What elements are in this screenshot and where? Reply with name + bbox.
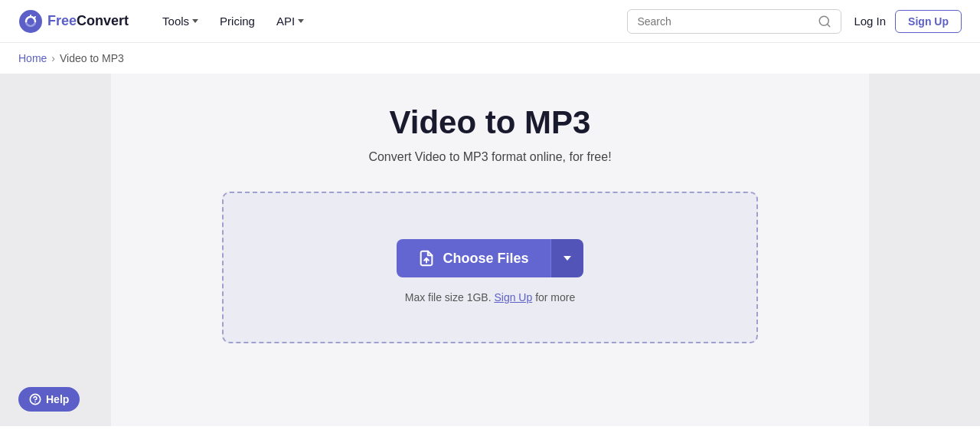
page-subtitle: Convert Video to MP3 format online, for … [368,150,611,164]
help-button[interactable]: Help [18,387,80,412]
choose-files-wrapper: Choose Files [397,239,583,277]
logo-icon [18,9,43,34]
breadcrumb-separator: › [51,52,55,64]
auth-links: Log In Sign Up [854,10,962,33]
main-layout: Video to MP3 Convert Video to MP3 format… [0,74,980,426]
search-icon [818,15,831,28]
breadcrumb: Home › Video to MP3 [0,43,980,74]
nav-tools[interactable]: Tools [153,10,207,32]
choose-files-chevron-icon [564,256,571,261]
signup-link[interactable]: Sign Up [494,291,532,303]
navbar: FreeConvert Tools Pricing API Log In Sig… [0,0,980,43]
search-box [627,9,841,34]
signup-button[interactable]: Sign Up [895,10,962,33]
nav-links: Tools Pricing API [153,10,627,32]
help-icon [29,393,41,405]
choose-files-dropdown-button[interactable] [550,239,583,277]
svg-line-2 [828,24,830,26]
api-chevron-icon [298,19,304,23]
logo-text: FreeConvert [47,13,129,29]
nav-pricing[interactable]: Pricing [211,10,264,32]
page-title: Video to MP3 [390,104,591,141]
max-size-info: Max file size 1GB. Sign Up for more [405,291,576,303]
sidebar-right [869,74,980,426]
logo[interactable]: FreeConvert [18,9,129,34]
breadcrumb-home[interactable]: Home [18,52,47,64]
choose-files-button[interactable]: Choose Files [397,239,550,277]
breadcrumb-current: Video to MP3 [60,52,124,64]
sidebar-left [0,74,111,426]
login-button[interactable]: Log In [854,15,886,28]
svg-point-0 [19,10,42,33]
upload-box[interactable]: Choose Files Max file size 1GB. Sign Up … [222,192,758,343]
center-content: Video to MP3 Convert Video to MP3 format… [111,74,869,426]
tools-chevron-icon [192,19,198,23]
search-input[interactable] [637,15,812,28]
file-upload-icon [418,250,435,267]
nav-api[interactable]: API [267,10,313,32]
